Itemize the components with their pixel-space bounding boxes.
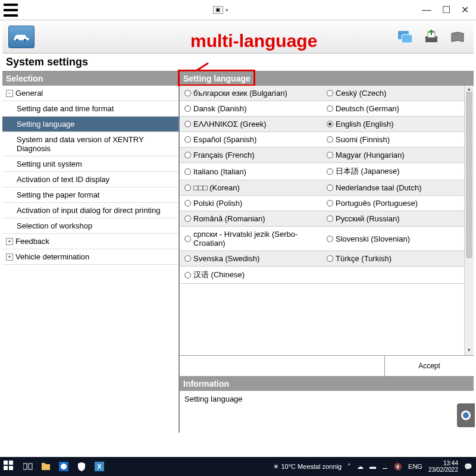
tree-group-vehicle[interactable]: + Vehicle determination [2,249,178,265]
svg-rect-15 [42,463,45,465]
sidebar-item[interactable]: Activation of input dialog for direct pr… [2,203,178,218]
radio-icon[interactable] [184,121,191,127]
chat-icon[interactable] [395,27,415,47]
tray-wifi-icon[interactable]: ⚊ [382,463,388,471]
language-option[interactable]: Suomi (Finnish) [322,132,464,147]
language-option[interactable]: Deutsch (German) [322,101,464,116]
start-button[interactable] [4,461,15,472]
print-icon[interactable] [421,27,441,47]
security-icon[interactable] [76,461,87,472]
radio-icon[interactable] [184,215,191,222]
language-option[interactable]: Français (French) [180,148,322,162]
book-icon[interactable] [447,27,468,47]
language-option[interactable]: Nederlandse taal (Dutch) [322,180,464,195]
minimize-button[interactable]: — [422,5,431,15]
hamburger-menu-icon[interactable] [2,2,19,18]
tray-datetime[interactable]: 13:44 23/02/2022 [428,460,458,473]
radio-icon[interactable] [327,184,333,191]
radio-icon[interactable] [184,184,191,191]
radio-icon[interactable] [184,168,191,175]
expand-icon[interactable]: + [6,253,13,261]
language-option[interactable]: Română (Romanian) [180,211,322,226]
vehicle-button[interactable] [8,26,35,48]
language-option[interactable]: English (English) [322,117,464,131]
radio-icon[interactable] [184,152,191,158]
language-option[interactable]: Polski (Polish) [180,196,322,211]
sidebar-item[interactable]: System and data version of XENTRY Diagno… [2,132,178,156]
vertical-scrollbar[interactable]: ▴ ▾ [464,86,474,355]
close-button[interactable]: ✕ [461,4,469,15]
accept-button[interactable]: Accept [384,356,474,376]
radio-icon[interactable] [184,255,191,262]
language-option[interactable]: □□□ (Korean) [180,180,322,195]
explorer-icon[interactable] [40,461,51,472]
radio-icon[interactable] [184,272,191,278]
svg-rect-10 [4,466,8,470]
tray-chevron-icon[interactable]: ˄ [347,463,351,471]
sidebar-header: Selection [2,71,178,86]
tray-notifications-icon[interactable]: 💬 [464,463,472,471]
sidebar-item[interactable]: Setting the paper format [2,187,178,203]
radio-icon[interactable] [327,236,333,242]
language-label: Suomi (Finnish) [336,135,390,144]
weather-widget[interactable]: ☀ 10°C Meestal zonnig [273,463,342,471]
side-floater[interactable] [457,403,475,427]
radio-icon[interactable] [327,255,333,262]
radio-icon[interactable] [327,105,333,112]
radio-icon[interactable] [184,105,191,112]
radio-icon[interactable] [327,90,333,96]
scrollbar-thumb[interactable] [466,92,472,258]
language-option[interactable]: Italiano (Italian) [180,163,322,180]
language-option[interactable]: Türkçe (Turkish) [322,251,464,266]
tray-cloud-icon[interactable]: ☁ [357,463,364,471]
tray-battery-icon[interactable]: ▬ [369,463,376,470]
language-option[interactable]: Русский (Russian) [322,211,464,226]
radio-icon[interactable] [327,168,333,175]
sidebar-item-label: Activation of input dialog for direct pr… [17,206,160,215]
radio-icon[interactable] [184,136,191,143]
scroll-down-icon[interactable]: ▾ [465,347,474,355]
radio-icon[interactable] [184,200,191,206]
language-option[interactable]: Svenska (Swedish) [180,251,322,266]
language-option[interactable]: Ceský (Czech) [322,86,464,101]
sidebar-item[interactable]: Setting date and time format [2,101,178,117]
tray-language[interactable]: ENG [408,463,422,470]
language-option[interactable]: Slovenski (Slovenian) [322,227,464,250]
radio-icon[interactable] [327,121,333,127]
radio-icon[interactable] [327,136,333,143]
title-dropdown-icon[interactable]: ▾ [226,7,228,13]
radio-icon[interactable] [327,200,333,206]
language-option[interactable]: Português (Portuguese) [322,196,464,211]
sidebar-item[interactable]: Activation of text ID display [2,172,178,187]
language-option[interactable]: Español (Spanish) [180,132,322,147]
collapse-icon[interactable]: − [6,90,13,97]
radio-icon[interactable] [184,90,191,96]
teamviewer-taskbar-icon[interactable] [58,461,69,472]
language-option[interactable]: српски - Hrvatski jezik (Serbo-Croatian) [180,227,322,250]
language-option[interactable]: ΕΛΛΗΝΙΚΟΣ (Greek) [180,117,322,131]
taskview-icon[interactable] [23,461,33,472]
sidebar-item[interactable]: Setting language [2,117,178,132]
language-option[interactable]: български език (Bulgarian) [180,86,322,101]
radio-icon[interactable] [327,215,333,222]
language-option[interactable]: Dansk (Danish) [180,101,322,116]
language-row: српски - Hrvatski jezik (Serbo-Croatian)… [180,227,464,251]
tree-group-general[interactable]: − General [2,86,178,101]
svg-rect-13 [29,464,32,469]
radio-icon[interactable] [327,152,333,158]
maximize-button[interactable]: ☐ [442,4,450,15]
xentry-app-icon[interactable]: X [94,461,105,472]
tray-volume-icon[interactable]: 🔇 [394,463,402,471]
sidebar-item[interactable]: Selection of workshop [2,218,178,234]
title-box-icon: ▣ [213,6,223,14]
language-option[interactable]: 日本語 (Japanese) [322,163,464,180]
language-row: български език (Bulgarian)Ceský (Czech) [180,86,464,101]
language-option[interactable]: 汉语 (Chinese) [180,267,322,283]
language-label: Svenska (Swedish) [193,254,259,263]
expand-icon[interactable]: + [6,238,13,245]
tree-group-feedback[interactable]: + Feedback [2,234,178,249]
language-option[interactable]: Magyar (Hungarian) [322,148,464,162]
radio-icon[interactable] [184,236,191,242]
sidebar-item[interactable]: Setting unit system [2,156,178,172]
content-area: Selection − General Setting date and tim… [2,71,474,433]
